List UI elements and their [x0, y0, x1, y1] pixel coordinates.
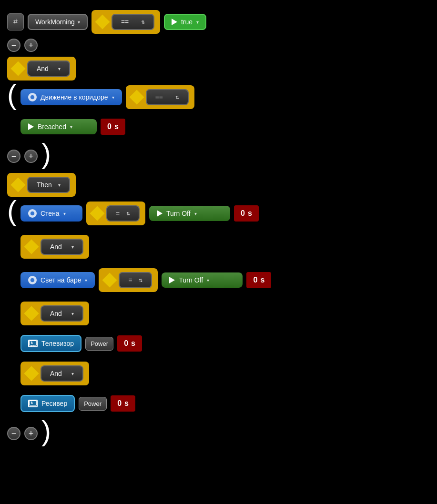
action2-device-label: Свет на баре [41, 276, 81, 284]
svg-point-1 [30, 211, 35, 216]
action3-time-container: 0 s [117, 335, 142, 352]
action3-time-value: 0 [124, 339, 128, 348]
then-label: Then [37, 181, 52, 189]
rule-name-button[interactable]: WorkMorning ▾ [28, 14, 88, 30]
close-paren-then: ) [41, 417, 51, 445]
and-row-3: And ▾ [20, 362, 430, 385]
condition-plus-button[interactable]: + [24, 150, 38, 163]
operator-button[interactable]: == ⇅ [112, 14, 154, 30]
and-row-1: And ▾ [20, 235, 430, 259]
action2-action-button[interactable]: Turn Off ▾ [162, 272, 243, 288]
and-container-2: And ▾ [20, 302, 89, 325]
condition-device-label: Движение в коридоре [41, 93, 108, 101]
action1-eq-button[interactable]: = ⇅ [106, 205, 140, 222]
and-chevron-1: ▾ [71, 244, 74, 250]
condition-minus-button[interactable]: − [7, 150, 20, 163]
condition-eq-container: == ⇅ [126, 85, 194, 109]
action2-row: Свет на баре ▾ = ⇅ Turn Off ▾ 0 s [20, 268, 430, 292]
action1-device-chevron: ▾ [63, 211, 66, 216]
and-diamond-icon-top [10, 61, 25, 76]
and-button-2[interactable]: And ▾ [41, 305, 83, 322]
condition-device-button[interactable]: Движение в коридоре ▾ [20, 89, 122, 105]
condition-device-chevron: ▾ [112, 95, 114, 100]
action4-property-select[interactable]: Power [79, 397, 107, 411]
and-button-3[interactable]: And ▾ [41, 365, 83, 382]
and-row-top: And ▾ [7, 57, 430, 81]
then-chevron: ▾ [58, 182, 61, 188]
action2-time-unit: s [260, 276, 264, 284]
value-chevron: ▾ [196, 20, 199, 25]
then-button[interactable]: Then ▾ [27, 177, 70, 193]
operator-container: == ⇅ [91, 10, 160, 34]
action1-device-label: Стена [41, 210, 60, 217]
rule-name-label: WorkMorning [35, 18, 75, 26]
and-label-1: And [50, 243, 62, 251]
action2-eq-button[interactable]: = ⇅ [119, 272, 152, 288]
and-container-3: And ▾ [20, 362, 89, 385]
action1-eq-diamond [90, 206, 104, 221]
and-chevron-top: ▾ [58, 66, 61, 71]
action2-device-button[interactable]: Свет на баре ▾ [20, 272, 95, 288]
value-button[interactable]: true ▾ [164, 14, 206, 30]
action1-action-button[interactable]: Turn Off ▾ [149, 206, 230, 221]
condition-eq-label: == [155, 93, 163, 101]
and-button-1[interactable]: And ▾ [41, 239, 83, 255]
condition-eq-chevron: ⇅ [175, 95, 179, 100]
and-chevron-3: ▾ [71, 371, 74, 376]
action1-action-label: Turn Off [166, 210, 191, 217]
and-diamond-1 [24, 239, 39, 254]
and-label-top: And [37, 65, 49, 72]
and-diamond-2 [24, 306, 39, 321]
and-container-top: And ▾ [7, 57, 76, 81]
open-paren-condition: ( [7, 81, 17, 109]
condition-state-button[interactable]: Breached ▾ [20, 119, 97, 134]
tv-icon [28, 340, 38, 347]
action1-time-unit: s [248, 209, 252, 218]
action1-time-value: 0 [241, 209, 245, 218]
action1-play-icon [157, 210, 163, 217]
condition-row: ( Движение в коридоре ▾ == ⇅ Breached [7, 85, 430, 140]
action3-device-label: Телевизор [41, 340, 74, 347]
svg-point-2 [30, 278, 35, 282]
then-row: Then ▾ [7, 173, 430, 197]
state-chevron: ▾ [70, 124, 72, 130]
and-row-2: And ▾ [20, 302, 430, 325]
action3-device-button[interactable]: Телевизор [20, 335, 81, 352]
then-plus-button[interactable]: + [24, 427, 38, 440]
action4-device-button[interactable]: Ресивер [20, 395, 75, 412]
action1-device-button[interactable]: Стена ▾ [20, 205, 82, 222]
svg-rect-3 [30, 341, 36, 345]
svg-rect-8 [30, 401, 36, 405]
action2-eq-chevron: ⇅ [139, 278, 142, 283]
and-label-2: And [50, 310, 62, 317]
top-rule-row: # WorkMorning ▾ == ⇅ true ▾ [7, 10, 430, 34]
condition-eq-button[interactable]: == ⇅ [146, 89, 189, 105]
action1-time-container: 0 s [234, 205, 259, 222]
condition-time-container: 0 s [101, 119, 125, 135]
action2-time-value: 0 [253, 276, 257, 284]
then-diamond-icon [10, 177, 25, 192]
then-minus-button[interactable]: − [7, 427, 20, 440]
action1-action-chevron: ▾ [194, 211, 197, 216]
action2-eq-diamond [102, 272, 117, 287]
action3-property-select[interactable]: Power [85, 337, 113, 351]
motion-sensor-icon [28, 93, 37, 101]
condition-time-value: 0 [107, 122, 112, 131]
bar-light-icon [28, 276, 37, 284]
action2-action-label: Turn Off [179, 276, 203, 284]
operator-chevron: ⇅ [141, 20, 145, 25]
wall-light-icon [28, 209, 37, 218]
action4-time-value: 0 [117, 399, 122, 408]
state-play-icon [28, 123, 34, 130]
condition-inner-row: Движение в коридоре ▾ == ⇅ [20, 85, 194, 109]
svg-point-0 [30, 95, 35, 100]
then-close-row: − + ) [7, 422, 430, 445]
top-plus-button[interactable]: + [24, 39, 38, 52]
condition-state-row: Breached ▾ 0 s [20, 119, 194, 135]
action2-eq-label: = [128, 276, 132, 284]
action2-eq-container: = ⇅ [99, 268, 158, 292]
top-minus-button[interactable]: − [7, 39, 20, 52]
and-button-top[interactable]: And ▾ [27, 60, 70, 77]
action4-row: Ресивер Power 0 s [20, 395, 430, 412]
top-minus-plus-row: − + [7, 39, 430, 52]
